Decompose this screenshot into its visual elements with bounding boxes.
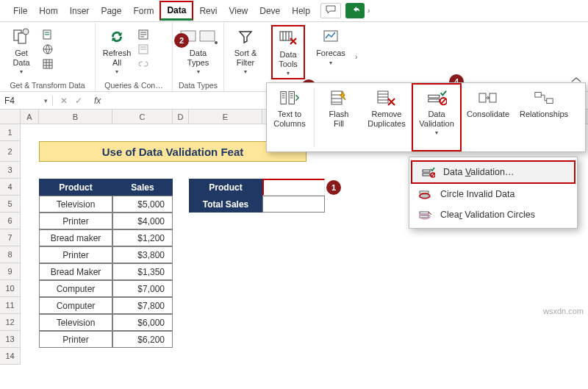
refresh-icon: [107, 26, 127, 47]
row-1[interactable]: 1: [0, 124, 21, 141]
tab-review[interactable]: Revi: [193, 3, 223, 19]
from-web-icon[interactable]: [41, 43, 54, 56]
data-tools-icon: [278, 28, 298, 49]
table-cell[interactable]: $7,800: [112, 297, 173, 314]
select-all[interactable]: [0, 110, 21, 124]
table-cell[interactable]: $4,000: [112, 213, 173, 229]
share-button[interactable]: [345, 3, 365, 18]
col-B[interactable]: B: [39, 110, 112, 124]
tab-data[interactable]: Data: [159, 1, 193, 21]
forecast-button[interactable]: Forecas ▾: [314, 25, 348, 68]
tab-formulas[interactable]: Form: [127, 3, 159, 19]
row-13[interactable]: 13: [0, 331, 21, 348]
row-10[interactable]: 10: [0, 280, 21, 297]
table-cell[interactable]: Printer: [39, 213, 112, 229]
row-12[interactable]: 12: [0, 314, 21, 331]
menu-data-validation-label: Data Validation…: [443, 167, 514, 177]
row-8[interactable]: 8: [0, 246, 21, 263]
svg-rect-22: [535, 93, 541, 98]
table-cell[interactable]: Computer: [39, 297, 112, 314]
consolidate-button[interactable]: Consolidate: [462, 83, 514, 151]
name-box[interactable]: F4 ▾: [0, 96, 53, 106]
menu-circle-invalid-label: Circle Invalid Data: [440, 189, 514, 199]
t2-header-product[interactable]: Product: [189, 179, 262, 196]
table-cell[interactable]: Printer: [39, 246, 112, 263]
data-validation-button[interactable]: Data Validation ▾: [412, 83, 462, 151]
col-C[interactable]: C: [112, 110, 173, 124]
row-14[interactable]: 14: [0, 348, 21, 365]
tab-developer[interactable]: Deve: [254, 3, 286, 19]
cell-F5[interactable]: [262, 196, 325, 213]
table-cell[interactable]: Bread Maker: [39, 263, 112, 280]
t1-header-sales[interactable]: Sales: [112, 179, 173, 196]
edit-links-icon[interactable]: [137, 57, 150, 71]
table-cell[interactable]: $3,800: [112, 246, 173, 263]
table-cell[interactable]: Television: [39, 314, 112, 331]
col-A[interactable]: A: [21, 110, 39, 124]
t1-header-product[interactable]: Product: [39, 179, 112, 196]
table-cell[interactable]: $5,000: [112, 196, 173, 213]
svg-rect-23: [547, 99, 553, 104]
data-types-label: Data Types: [187, 49, 209, 67]
menu-clear-circles[interactable]: Clear Validation Circles: [409, 204, 577, 225]
row-11[interactable]: 11: [0, 297, 21, 314]
row-6[interactable]: 6: [0, 213, 21, 229]
from-table-icon[interactable]: [41, 57, 54, 71]
col-D[interactable]: D: [173, 110, 189, 124]
tab-page[interactable]: Page: [95, 3, 127, 19]
refresh-all-button[interactable]: Refresh All ▾: [100, 25, 134, 76]
tab-file[interactable]: File: [7, 3, 33, 19]
get-data-icon: [11, 26, 32, 47]
row-5[interactable]: 5: [0, 196, 21, 213]
table-cell[interactable]: Television: [39, 196, 112, 213]
row-2[interactable]: 2: [0, 141, 21, 162]
svg-rect-31: [420, 215, 429, 218]
table-cell[interactable]: Printer: [39, 331, 112, 348]
table-cell[interactable]: $1,350: [112, 263, 173, 280]
remove-duplicates-button[interactable]: Remove Duplicates: [362, 83, 412, 151]
menu-tabs: File Hom Inser Page Form Data Revi View …: [0, 0, 588, 22]
annotation-step-2: 2: [174, 33, 189, 48]
data-tools-button[interactable]: Data Tools ▾: [271, 25, 305, 79]
table-cell[interactable]: $6,200: [112, 331, 173, 348]
overflow-icon[interactable]: ›: [368, 7, 370, 15]
watermark: wsxdn.com: [543, 307, 584, 315]
row-9[interactable]: 9: [0, 263, 21, 280]
menu-circle-invalid[interactable]: Circle Invalid Data: [409, 184, 577, 204]
text-to-columns-button[interactable]: Text to Columns: [267, 83, 312, 151]
table-cell[interactable]: $7,000: [112, 280, 173, 297]
ribbon: Get Data ▾ Get & Transform Data Refresh …: [0, 22, 588, 92]
chevron-down-icon[interactable]: ▾: [44, 97, 48, 104]
relationships-button[interactable]: Relationships: [514, 83, 573, 151]
tab-view[interactable]: View: [223, 3, 254, 19]
flash-fill-button[interactable]: Flash Fill: [316, 83, 362, 151]
t2-header-total[interactable]: Total Sales: [189, 196, 262, 213]
tab-home[interactable]: Hom: [33, 3, 63, 19]
sort-filter-button[interactable]: Sort & Filter ▾: [229, 25, 262, 76]
funnel-icon: [235, 26, 256, 47]
properties-icon[interactable]: [137, 43, 150, 56]
tab-help[interactable]: Help: [286, 3, 316, 19]
table-cell[interactable]: $1,200: [112, 229, 173, 246]
row-3[interactable]: 3: [0, 162, 21, 179]
menu-data-validation[interactable]: Data Validation…: [411, 160, 576, 184]
name-box-value: F4: [4, 96, 15, 106]
row-4[interactable]: 4: [0, 179, 21, 196]
queries-icon[interactable]: [137, 28, 150, 41]
col-E[interactable]: E: [189, 110, 262, 124]
group-data-types: Data Types: [177, 79, 219, 90]
consolidate-icon: [478, 88, 498, 108]
get-data-button[interactable]: Get Data ▾: [4, 25, 38, 76]
group-get-transform: Get & Transform Data: [4, 79, 90, 90]
cell-F4-selected[interactable]: [262, 179, 325, 196]
tab-insert[interactable]: Inser: [64, 3, 96, 19]
from-text-icon[interactable]: [41, 28, 54, 41]
fx-icon[interactable]: fx: [90, 96, 101, 106]
comments-icon[interactable]: [320, 3, 341, 18]
text-to-columns-icon: [279, 88, 300, 108]
svg-rect-25: [423, 174, 430, 176]
row-7[interactable]: 7: [0, 229, 21, 246]
table-cell[interactable]: Bread maker: [39, 229, 112, 246]
table-cell[interactable]: $6,000: [112, 314, 173, 331]
table-cell[interactable]: Computer: [39, 280, 112, 297]
